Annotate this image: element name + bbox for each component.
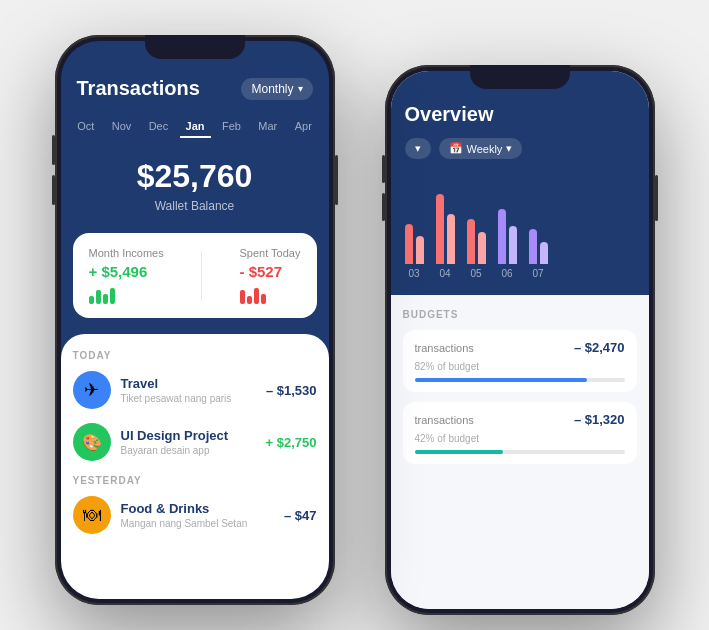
tab-apr[interactable]: Apr bbox=[289, 116, 318, 138]
tab-dec[interactable]: Dec bbox=[143, 116, 175, 138]
transaction-food: 🍽 Food & Drinks Mangan nang Sambel Setan… bbox=[73, 496, 317, 534]
right-power bbox=[655, 175, 658, 221]
expense-chart-icon bbox=[240, 288, 301, 304]
bar4 bbox=[110, 288, 115, 304]
travel-name: Travel bbox=[121, 376, 256, 391]
progress-fill-1 bbox=[415, 378, 587, 382]
design-amount: + $2,750 bbox=[266, 435, 317, 450]
right-vol-up bbox=[382, 155, 385, 183]
transactions-title: Transactions bbox=[77, 77, 200, 100]
tab-mar[interactable]: Mar bbox=[252, 116, 283, 138]
balance-label: Wallet Balance bbox=[77, 199, 313, 213]
design-name: UI Design Project bbox=[121, 428, 256, 443]
transaction-travel: ✈ Travel Tiket pesawat nang paris – $1,5… bbox=[73, 371, 317, 409]
travel-sub: Tiket pesawat nang paris bbox=[121, 393, 256, 404]
stats-card: Month Incomes + $5,496 Spent Today - $52… bbox=[73, 233, 317, 318]
design-info: UI Design Project Bayaran desain app bbox=[121, 428, 256, 456]
income-chart-icon bbox=[89, 288, 164, 304]
right-content: Overview ▾ 📅 Weekly ▾ bbox=[391, 71, 649, 609]
monthly-button[interactable]: Monthly ▾ bbox=[241, 78, 312, 100]
chart-group-05: 05 bbox=[467, 219, 486, 279]
bar-07-b bbox=[540, 242, 548, 264]
chart-group-03: 03 bbox=[405, 224, 424, 279]
bar2 bbox=[96, 290, 101, 304]
bar-07-a bbox=[529, 229, 537, 264]
right-vol-down bbox=[382, 193, 385, 221]
calendar-icon: 📅 bbox=[449, 142, 463, 155]
budget-pct-row-2: 42% of budget bbox=[415, 433, 625, 444]
food-name: Food & Drinks bbox=[121, 501, 274, 516]
tab-oct[interactable]: Oct bbox=[71, 116, 100, 138]
expense-stat: Spent Today - $527 bbox=[240, 247, 301, 304]
balance-section: $25,760 Wallet Balance bbox=[61, 142, 329, 233]
label-05: 05 bbox=[470, 268, 481, 279]
food-info: Food & Drinks Mangan nang Sambel Setan bbox=[121, 501, 274, 529]
right-phone-screen: Overview ▾ 📅 Weekly ▾ bbox=[391, 71, 649, 609]
month-tabs: Oct Nov Dec Jan Feb Mar Apr bbox=[61, 112, 329, 142]
label-04: 04 bbox=[439, 268, 450, 279]
chevron-down-icon2: ▾ bbox=[506, 142, 512, 155]
weekly-label: Weekly bbox=[467, 143, 503, 155]
left-vol-down bbox=[52, 175, 55, 205]
income-label: Month Incomes bbox=[89, 247, 164, 259]
today-label: TODAY bbox=[73, 350, 317, 361]
bar-04-a bbox=[436, 194, 444, 264]
chart-group-06: 06 bbox=[498, 209, 517, 279]
income-stat: Month Incomes + $5,496 bbox=[89, 247, 164, 304]
label-03: 03 bbox=[408, 268, 419, 279]
bars-04 bbox=[436, 194, 455, 264]
stat-divider bbox=[201, 251, 202, 301]
food-sub: Mangan nang Sambel Setan bbox=[121, 518, 274, 529]
chart-group-04: 04 bbox=[436, 194, 455, 279]
rbar2 bbox=[247, 296, 252, 304]
label-06: 06 bbox=[501, 268, 512, 279]
chevron-down-icon: ▾ bbox=[415, 142, 421, 155]
expense-value: - $527 bbox=[240, 263, 301, 280]
budget-item-2: transactions – $1,320 42% of budget bbox=[403, 402, 637, 464]
bars-03 bbox=[405, 224, 424, 264]
budget-cat-1: transactions bbox=[415, 342, 474, 354]
design-icon: 🎨 bbox=[73, 423, 111, 461]
weekly-filter[interactable]: 📅 Weekly ▾ bbox=[439, 138, 523, 159]
bar3 bbox=[103, 294, 108, 304]
transactions-list: TODAY ✈ Travel Tiket pesawat nang paris … bbox=[61, 334, 329, 599]
chart-area: 03 04 05 bbox=[391, 175, 649, 295]
food-icon: 🍽 bbox=[73, 496, 111, 534]
travel-amount: – $1,530 bbox=[266, 383, 317, 398]
budget-label: BUDGETS bbox=[403, 309, 637, 320]
bars-07 bbox=[529, 229, 548, 264]
filter-dropdown[interactable]: ▾ bbox=[405, 138, 431, 159]
budget-amount-1: – $2,470 bbox=[574, 340, 625, 355]
transaction-design: 🎨 UI Design Project Bayaran desain app +… bbox=[73, 423, 317, 461]
budget-row-1: transactions – $2,470 bbox=[415, 340, 625, 355]
budget-cat-2: transactions bbox=[415, 414, 474, 426]
overview-title: Overview bbox=[405, 103, 635, 126]
progress-bar-2 bbox=[415, 450, 625, 454]
left-notch bbox=[145, 35, 245, 59]
left-vol-up bbox=[52, 135, 55, 165]
tab-jan[interactable]: Jan bbox=[180, 116, 211, 138]
tab-feb[interactable]: Feb bbox=[216, 116, 247, 138]
yesterday-label: YESTERDAY bbox=[73, 475, 317, 486]
bar-04-b bbox=[447, 214, 455, 264]
travel-info: Travel Tiket pesawat nang paris bbox=[121, 376, 256, 404]
travel-icon: ✈ bbox=[73, 371, 111, 409]
chevron-down-icon: ▾ bbox=[298, 83, 303, 94]
tab-nov[interactable]: Nov bbox=[106, 116, 138, 138]
bar1 bbox=[89, 296, 94, 304]
chart-group-07: 07 bbox=[529, 229, 548, 279]
progress-bar-1 bbox=[415, 378, 625, 382]
bar-05-a bbox=[467, 219, 475, 264]
progress-fill-2 bbox=[415, 450, 503, 454]
bars-06 bbox=[498, 209, 517, 264]
bar-03-a bbox=[405, 224, 413, 264]
balance-amount: $25,760 bbox=[77, 158, 313, 195]
rbar1 bbox=[240, 290, 245, 304]
bar-06-b bbox=[509, 226, 517, 264]
monthly-label: Monthly bbox=[251, 82, 293, 96]
food-amount: – $47 bbox=[284, 508, 317, 523]
bar-03-b bbox=[416, 236, 424, 264]
design-sub: Bayaran desain app bbox=[121, 445, 256, 456]
right-phone: Overview ▾ 📅 Weekly ▾ bbox=[385, 65, 655, 615]
budget-pct-2: 42% of budget bbox=[415, 433, 480, 444]
